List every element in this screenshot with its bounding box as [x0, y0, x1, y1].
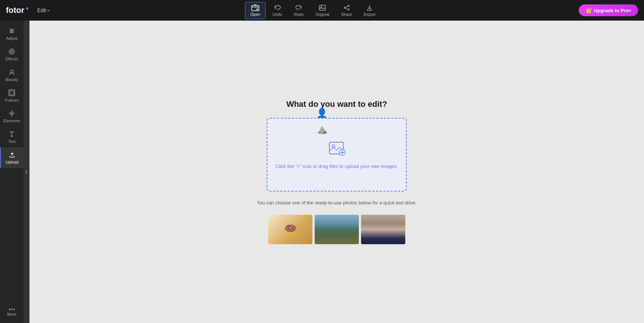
svg-point-20: [9, 309, 10, 310]
effects-icon: [8, 48, 15, 55]
svg-point-6: [344, 7, 346, 8]
svg-point-11: [12, 30, 13, 32]
svg-point-22: [13, 309, 15, 310]
sidebar-item-effects[interactable]: Effects: [0, 44, 24, 65]
more-icon: [8, 308, 15, 310]
svg-point-15: [10, 70, 13, 73]
collapse-handle[interactable]: [24, 21, 29, 323]
original-icon: [319, 4, 326, 11]
redo-icon: [295, 4, 302, 11]
canvas-area: What do you want to edit? Click the "+" …: [29, 21, 644, 323]
share-button[interactable]: Share: [336, 2, 357, 19]
sample-photo-portrait[interactable]: [361, 215, 405, 244]
canvas-title: What do you want to edit?: [286, 99, 387, 109]
text-icon: [8, 130, 15, 138]
upgrade-button[interactable]: 👑 Upgrade to Pro+: [579, 4, 638, 16]
redo-button[interactable]: Redo: [289, 2, 309, 19]
canvas-content: What do you want to edit? Click the "+" …: [242, 85, 431, 259]
sample-hint-text: You can choose one of the ready-to-use p…: [257, 199, 417, 207]
edit-menu-button[interactable]: Edit: [34, 6, 52, 15]
sample-photo-donuts[interactable]: [268, 215, 312, 244]
sidebar-item-upload[interactable]: Upload: [0, 147, 24, 168]
upload-dropzone[interactable]: Click the "+" icon or drag files to uplo…: [267, 118, 407, 192]
sidebar-item-adjust[interactable]: Adjust: [0, 24, 24, 44]
export-icon: [366, 4, 373, 11]
svg-point-24: [332, 145, 335, 148]
upload-icon: [8, 151, 16, 158]
svg-point-12: [10, 32, 12, 33]
collapse-icon: [25, 170, 28, 174]
original-button[interactable]: Original: [310, 2, 335, 19]
svg-point-4: [348, 5, 349, 7]
undo-button[interactable]: Undo: [267, 2, 287, 19]
open-button[interactable]: Open: [245, 2, 266, 19]
main-layout: Adjust Effects Beauty Frames: [0, 21, 644, 323]
sidebar: Adjust Effects Beauty Frames: [0, 21, 24, 323]
beauty-icon: [8, 69, 15, 76]
share-icon: [343, 4, 350, 11]
export-button[interactable]: Export: [358, 2, 381, 19]
sample-photo-landscape[interactable]: [315, 215, 359, 244]
svg-point-19: [11, 113, 13, 114]
svg-point-21: [11, 309, 13, 310]
sidebar-item-frames[interactable]: Frames: [0, 85, 24, 106]
svg-rect-16: [9, 90, 15, 96]
svg-point-10: [10, 29, 11, 30]
topbar: fotor Edit Open Undo: [0, 0, 644, 21]
upload-hint-text: Click the "+" icon or drag files to uplo…: [276, 163, 398, 171]
upload-zone-icon: [327, 139, 346, 158]
topbar-center: Open Undo Redo Original: [245, 2, 381, 19]
logo: fotor: [6, 6, 28, 15]
open-icon: [251, 4, 259, 11]
crown-icon: 👑: [585, 7, 592, 13]
adjust-icon: [8, 27, 15, 35]
logo-dot: [26, 7, 28, 10]
svg-rect-2: [319, 5, 325, 10]
frames-icon: [8, 89, 15, 96]
svg-point-3: [321, 6, 322, 8]
svg-rect-17: [10, 91, 14, 95]
undo-icon: [274, 4, 281, 11]
sample-photos-row: [268, 215, 405, 244]
sidebar-item-more[interactable]: More: [0, 305, 24, 320]
sidebar-item-text[interactable]: Text: [0, 127, 24, 147]
sidebar-item-beauty[interactable]: Beauty: [0, 65, 24, 85]
chevron-down-icon: [47, 8, 50, 11]
svg-point-5: [348, 9, 349, 10]
sidebar-item-elements[interactable]: Elements: [0, 106, 24, 127]
elements-icon: [8, 110, 15, 117]
